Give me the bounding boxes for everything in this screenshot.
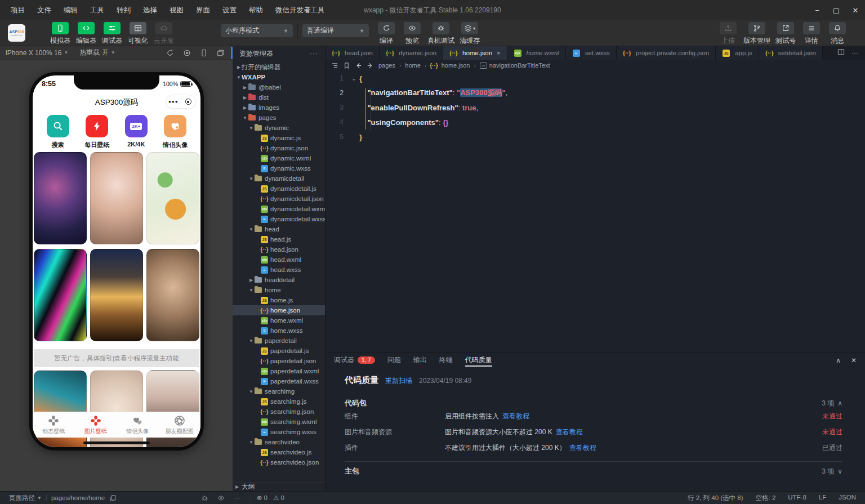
restart-icon[interactable] [166,49,174,57]
tree-item-home.wxss[interactable]: ≡home.wxss [233,325,325,336]
editor-tab-dynamic.json[interactable]: {··}dynamic.json [380,46,443,60]
code-line-4[interactable]: 4 "usingComponents": {} [326,115,865,130]
quick-entry-2K/4K[interactable]: 2K+2K/4K [119,115,153,149]
menu-item-视图[interactable]: 视图 [164,3,189,17]
tree-item-dynamicdetail.json[interactable]: {··}dynamicdetail.json [233,194,325,204]
editor-tab-setdetail.json[interactable]: {··}setdetail.json [759,46,823,60]
hot-reload-toggle[interactable]: 热重载 开 ▼ [74,48,121,57]
toolbar-button-详情[interactable]: 详情 [801,22,822,46]
view-tutorial-link[interactable]: 查看教程 [502,412,529,421]
toolbar-button-可视化[interactable]: 可视化 [127,22,149,46]
menu-item-项目[interactable]: 项目 [6,3,30,17]
more-actions-icon[interactable]: ··· [851,49,858,57]
editor-tab-app.js[interactable]: JSapp.js [716,46,759,60]
tree-item-pages[interactable]: ▼pages [233,113,325,123]
debug-tab-终端[interactable]: 终端 [439,353,453,368]
close-tab-icon[interactable]: × [497,50,500,56]
tree-item-paperdetail.json[interactable]: {··}paperdetail.json [233,356,325,366]
menu-item-界面[interactable]: 界面 [191,3,215,17]
tree-item-searchimg.json[interactable]: {··}searchimg.json [233,407,325,417]
tree-item-paperdetail.wxml[interactable]: </>paperdetail.wxml [233,366,325,376]
menu-item-编辑[interactable]: 编辑 [59,3,83,17]
maximize-button[interactable]: ▢ [827,0,846,20]
record-icon[interactable] [183,49,191,57]
more-icon[interactable]: ··· [234,494,240,501]
view-tutorial-link[interactable]: 查看教程 [556,427,583,437]
tree-item-dist[interactable]: ▶dist [233,92,325,102]
minimize-button[interactable]: − [808,0,827,20]
tree-item-headdetail[interactable]: ▶headdetail [233,275,325,285]
device-icon[interactable] [200,49,208,57]
night-girl-photo[interactable] [34,152,87,244]
close-mini-program-button[interactable] [181,99,196,105]
toolbar-button-清缓存[interactable]: ▾清缓存 [459,22,480,46]
tree-item-dynamic.json[interactable]: {··}dynamic.json [233,143,325,153]
mode-select[interactable]: 小程序模式 ▼ [221,24,293,37]
code-line-5[interactable]: 5} [326,130,865,144]
breadcrumb-segment-pages[interactable]: pages [378,62,395,69]
windows-icon[interactable] [217,49,225,57]
tree-item-searchimg.js[interactable]: JSsearchimg.js [233,396,325,407]
tree-item-dynamic.wxml[interactable]: </>dynamic.wxml [233,153,325,163]
tree-item-head[interactable]: ▼head [233,224,325,234]
menu-item-选择[interactable]: 选择 [138,3,162,17]
account-avatar[interactable]: ASP300 asp300.net [8,24,25,42]
outline-section[interactable]: ▶ 大纲 [233,482,325,491]
tree-item-searchimg.wxml[interactable]: </>searchimg.wxml [233,417,325,427]
quick-entry-每日壁纸[interactable]: 每日壁纸 [80,115,114,149]
editor-tab-set.wxss[interactable]: ≡set.wxss [566,46,617,60]
tree-item-home.json[interactable]: {··}home.json [233,305,325,315]
split-icon[interactable] [837,48,845,57]
tree-item-images[interactable]: ▶images [233,102,325,113]
code-line-2[interactable]: 2 "navigationBarTitleText": "ASP300源码", [326,86,865,100]
navigate-forward-icon[interactable] [367,62,374,69]
copy-icon[interactable] [109,494,117,502]
tree-item-head.wxss[interactable]: ≡head.wxss [233,265,325,275]
close-panel-icon[interactable]: ✕ [851,356,857,364]
cartoon-meme-photo[interactable] [146,152,199,244]
debug-tab-输出[interactable]: 输出 [413,353,427,368]
breadcrumb-segment-home.json[interactable]: {··}home.json [430,62,470,69]
quick-entry-搜索[interactable]: 搜索 [41,115,75,149]
tree-item-searchvideo.json[interactable]: {··}searchvideo.json [233,457,325,467]
editor-tab-home.json[interactable]: {··}home.json× [443,46,507,60]
sunset-lake-photo[interactable] [90,249,143,341]
explorer-more-button[interactable]: ··· [310,50,318,57]
toolbar-button-预览[interactable]: 预览 [402,22,423,46]
menu-item-帮助[interactable]: 帮助 [244,3,268,17]
breadcrumb-segment-navigationBarTitleText[interactable]: ▭navigationBarTitleText [480,62,550,69]
tabbar-item-图片壁纸[interactable]: 图片壁纸 [75,412,117,438]
menu-item-转到[interactable]: 转到 [112,3,136,17]
tree-item-home[interactable]: ▼home [233,285,325,295]
tabbar-item-动态壁纸[interactable]: 动态壁纸 [33,412,75,438]
tree-item-打开的编辑器[interactable]: ▶打开的编辑器 [233,62,325,72]
tree-item-dynamicdetail[interactable]: ▼dynamicdetail [233,173,325,184]
cursor-position[interactable]: 行 2, 列 40 (选中 8) [688,494,743,502]
problem-counters[interactable]: ⊗ 0 ⚠ 0 [251,494,284,502]
tree-item-WXAPP[interactable]: ▼WXAPP [233,72,325,82]
tree-item-head.js[interactable]: JShead.js [233,234,325,244]
outline-toggle-icon[interactable] [331,62,338,69]
navigate-back-icon[interactable] [355,62,362,69]
menu-item-文件[interactable]: 文件 [32,3,56,17]
rescan-link[interactable]: 重新扫描 [385,376,412,386]
tree-item-paperdetail.js[interactable]: JSpaperdetail.js [233,346,325,356]
compile-mode-select[interactable]: 普通编译 ▼ [302,24,369,37]
quick-entry-情侣头像[interactable]: 情侣头像 [158,115,192,149]
editor-tab-head.json[interactable]: {··}head.json [326,46,380,60]
tree-item-dynamic.js[interactable]: JSdynamic.js [233,133,325,143]
tree-item-head.json[interactable]: {··}head.json [233,244,325,255]
ad-placeholder[interactable]: 暂无广告，具体指引|查看小程序流量主功能 [34,349,199,367]
code-line-3[interactable]: 3 "enablePullDownRefresh": true, [326,100,865,115]
tabbar-item-朋友圈配图[interactable]: 朋友圈配图 [159,412,201,438]
more-menu-button[interactable]: ●●● [166,99,181,104]
device-selector[interactable]: iPhone X 100% 16 ▼ [0,49,74,57]
tree-item-head.wxml[interactable]: </>head.wxml [233,255,325,265]
tree-item-dynamic.wxss[interactable]: ≡dynamic.wxss [233,163,325,173]
menu-item-设置[interactable]: 设置 [217,3,242,17]
toolbar-button-调试器[interactable]: 调试器 [101,22,123,46]
code-line-1[interactable]: 1⌄{ [326,71,865,86]
tree-item-paperdetail[interactable]: ▼paperdetail [233,336,325,346]
bug-icon[interactable] [201,494,208,502]
tree-item-dynamicdetail.wxml[interactable]: </>dynamicdetail.wxml [233,204,325,214]
